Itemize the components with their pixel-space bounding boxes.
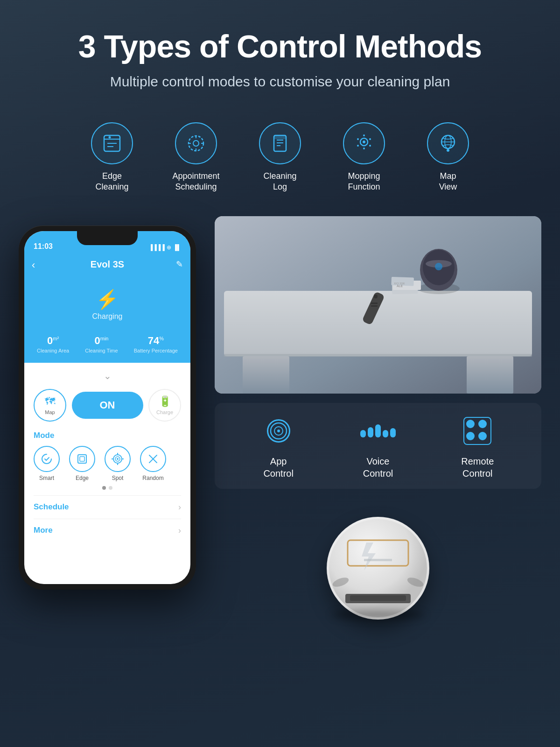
schedule-row[interactable]: Schedule ›	[34, 495, 181, 519]
cleaning-time-label: Cleaning Time	[85, 348, 118, 353]
svg-rect-64	[350, 595, 406, 601]
more-label: More	[34, 526, 53, 535]
smart-mode-icon	[34, 446, 60, 472]
controls-row: 🗺 Map ON 🔋 Charge	[34, 389, 181, 422]
app-icon-svg	[269, 422, 288, 440]
robot-body	[327, 517, 429, 620]
dot-1	[102, 486, 106, 490]
edit-button[interactable]: ✎	[176, 259, 183, 269]
svg-point-6	[193, 141, 199, 146]
edge-mode-icon	[69, 446, 95, 472]
cleaning-time-value: 0min	[85, 335, 118, 347]
battery-icon: ▐▌	[173, 244, 181, 251]
phone-screen: 11:03 ▐▐▐▐ ⊕ ▐▌ ‹ Evol 3S ✎ ⚡ Chargi	[24, 231, 190, 584]
feature-cleaning-log: CleaningLog	[252, 122, 308, 193]
voice-control-method: VoiceControl	[359, 412, 397, 479]
mode-random[interactable]: Random	[140, 446, 166, 481]
more-arrow-icon: ›	[178, 526, 181, 536]
robot-svg	[327, 517, 429, 620]
voice-control-icon	[359, 412, 397, 450]
svg-point-2	[109, 136, 111, 139]
voice-dot-1	[360, 430, 366, 437]
cleaning-log-icon-circle	[259, 122, 301, 164]
subtitle: Multiple control modes to customise your…	[37, 74, 523, 90]
charge-icon: 🔋	[159, 395, 171, 408]
remote-icon-grid	[463, 417, 491, 445]
smart-label: Smart	[39, 475, 54, 481]
stats-row: 0m² Cleaning Area 0min Cleaning Time 74%…	[24, 330, 190, 363]
robot-area	[215, 498, 541, 629]
svg-rect-43	[467, 356, 513, 394]
control-methods: AppControl VoiceControl	[215, 403, 541, 489]
more-row[interactable]: More ›	[34, 519, 181, 542]
robot-vacuum	[327, 517, 429, 620]
mopping-icon	[352, 132, 376, 155]
app-control-label: AppControl	[263, 455, 293, 479]
battery-stat: 74% Battery Percentage	[134, 335, 178, 353]
features-row: EdgeCleaning AppointmentScheduling	[0, 104, 560, 211]
svg-text:ALE: ALE	[397, 284, 403, 288]
mode-edge[interactable]: Edge	[69, 446, 95, 481]
cleaning-time-stat: 0min Cleaning Time	[85, 335, 118, 353]
random-mode-icon	[140, 446, 166, 472]
map-label: Map	[45, 409, 55, 415]
svg-rect-42	[243, 356, 289, 394]
device-name: Evol 3S	[91, 259, 124, 269]
mode-smart[interactable]: Smart	[34, 446, 60, 481]
svg-point-21	[363, 148, 365, 149]
robot-shadow	[331, 610, 425, 620]
main-title: 3 Types of Control Methods	[37, 28, 523, 64]
edge-label: Edge	[76, 475, 89, 481]
map-button[interactable]: 🗺 Map	[34, 389, 66, 422]
expand-handle[interactable]: ⌄	[34, 370, 181, 381]
svg-point-19	[369, 138, 371, 140]
remote-control-method: RemoteControl	[459, 412, 496, 479]
on-button[interactable]: ON	[72, 392, 143, 419]
svg-point-20	[369, 145, 371, 147]
voice-dot-5	[390, 428, 396, 437]
feature-mopping-function: MoppingFunction	[336, 122, 392, 193]
desk-visual: ALE ECl 3SE	[215, 216, 541, 394]
scene-svg: ALE ECl 3SE	[215, 216, 541, 394]
svg-point-18	[363, 134, 365, 136]
phone-notch	[77, 231, 138, 245]
cleaning-area-value: 0m²	[37, 335, 69, 347]
map-icon: 🗺	[45, 395, 55, 408]
svg-point-48	[435, 263, 442, 270]
mode-spot[interactable]: Spot	[105, 446, 131, 481]
svg-rect-15	[274, 135, 286, 139]
cleaning-area-stat: 0m² Cleaning Area	[37, 335, 69, 353]
feature-appointment-scheduling: AppointmentScheduling	[168, 122, 224, 193]
svg-text:ECl 3SE: ECl 3SE	[394, 282, 405, 285]
svg-point-23	[357, 138, 359, 140]
random-label: Random	[142, 475, 163, 481]
charge-button[interactable]: 🔋 Charge	[148, 389, 181, 422]
mode-icons-row: Smart Edge	[34, 446, 181, 481]
appointment-icon	[184, 132, 208, 155]
rc-dot-4	[478, 432, 487, 440]
svg-rect-28	[78, 455, 86, 463]
cleaning-log-icon	[268, 132, 292, 155]
app-control-icon	[260, 412, 297, 450]
spot-label: Spot	[112, 475, 124, 481]
battery-label: Battery Percentage	[134, 348, 178, 353]
mode-section: Mode Smart	[34, 431, 181, 490]
signal-icon: ▐▐▐▐	[149, 244, 165, 251]
app-bottom: ⌄ 🗺 Map ON 🔋 Charge	[24, 363, 190, 550]
dot-2	[109, 486, 112, 490]
remote-control-icon	[459, 412, 496, 450]
back-button[interactable]: ‹	[32, 259, 35, 271]
battery-value: 74%	[134, 335, 178, 347]
edge-cleaning-icon-circle	[91, 122, 133, 164]
svg-rect-29	[80, 457, 84, 461]
charging-bolt-icon: ⚡	[34, 289, 181, 310]
charging-section: ⚡ Charging	[24, 279, 190, 330]
schedule-label: Schedule	[34, 502, 69, 512]
app-control-method: AppControl	[260, 412, 297, 479]
mopping-icon-circle	[343, 122, 385, 164]
rc-dot-3	[466, 432, 475, 440]
edge-cleaning-label: EdgeCleaning	[95, 171, 128, 193]
voice-dot-3	[375, 424, 381, 437]
svg-point-50	[374, 295, 378, 298]
page-header: 3 Types of Control Methods Multiple cont…	[0, 0, 560, 104]
